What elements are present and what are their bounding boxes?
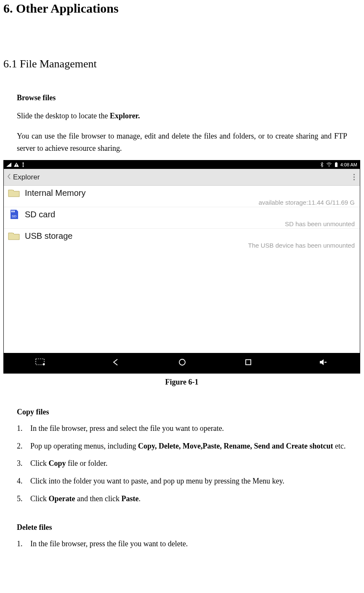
svg-point-15: [43, 363, 45, 366]
list-text: In the file browser, press the file you …: [30, 538, 347, 550]
signal-icon: [6, 163, 11, 167]
svg-rect-5: [23, 163, 23, 166]
sd-card-icon: SD: [7, 209, 21, 220]
list-text: Click Operate and then click Paste.: [30, 493, 347, 505]
status-bar: 4:08 AM: [4, 160, 360, 169]
storage-item-internal[interactable]: Internal Memory available storage:11.44 …: [4, 186, 360, 207]
browse-files-title: Browse files: [0, 70, 364, 102]
chapter-heading: 6. Other Applications: [0, 0, 364, 16]
status-left: [6, 162, 25, 167]
text: etc.: [333, 442, 346, 450]
svg-rect-9: [335, 162, 337, 163]
section-heading: 6.1 File Management: [0, 16, 364, 70]
svg-point-16: [179, 359, 185, 365]
copy-files-list: 1. In the file browser, press and select…: [0, 417, 364, 510]
text: file or folder.: [66, 459, 108, 467]
explorer-bold: Explorer.: [110, 112, 140, 120]
storage-item-sd[interactable]: SD SD card SD has been unmounted: [4, 207, 360, 229]
empty-area: [4, 250, 360, 353]
storage-name: USB storage: [25, 231, 72, 241]
list-item: 4. Click into the folder you want to pas…: [17, 475, 347, 493]
svg-rect-2: [16, 164, 16, 165]
storage-item-usb[interactable]: USB storage The USB device has been unmo…: [4, 229, 360, 250]
bold-text: Copy: [49, 459, 66, 467]
bold-text: Operate: [49, 494, 75, 503]
storage-subtext: available storage:11.44 G/11.69 G: [7, 198, 356, 206]
text: Slide the desktop to locate the: [17, 112, 110, 120]
menu-overflow-icon[interactable]: [353, 174, 356, 180]
list-number: 2.: [17, 440, 30, 453]
android-nav-bar: [4, 353, 360, 373]
browse-files-para-1: Slide the desktop to locate the Explorer…: [0, 102, 364, 123]
figure-6-1: 4:08 AM Explorer In: [3, 160, 360, 387]
storage-subtext: The USB device has been unmounted: [7, 241, 356, 249]
list-number: 4.: [17, 475, 30, 488]
list-item: 1. In the file browser, press and select…: [17, 422, 347, 440]
bold-text: Paste: [121, 494, 138, 503]
status-right: 4:08 AM: [320, 162, 357, 167]
svg-rect-3: [16, 166, 16, 166]
list-number: 1.: [17, 422, 30, 435]
list-number: 5.: [17, 493, 30, 505]
delete-files-list: 1. In the file browser, press the file y…: [0, 532, 364, 556]
folder-icon: [7, 187, 21, 198]
svg-rect-17: [246, 360, 251, 365]
svg-rect-18: [324, 362, 327, 363]
storage-list: Internal Memory available storage:11.44 …: [4, 186, 360, 250]
svg-point-7: [328, 166, 329, 166]
storage-name: Internal Memory: [25, 188, 86, 198]
bluetooth-icon: [320, 162, 324, 167]
battery-icon: [335, 162, 338, 167]
folder-icon: [7, 230, 21, 241]
nav-home-icon[interactable]: [178, 358, 186, 368]
status-time: 4:08 AM: [340, 162, 357, 167]
text: .: [138, 494, 141, 503]
list-item: 5. Click Operate and then click Paste.: [17, 493, 347, 510]
text: Click: [30, 494, 49, 503]
bold-text: Copy, Delete, Move,Paste, Rename, Send a…: [138, 442, 333, 450]
figure-caption: Figure 6-1: [3, 374, 360, 387]
list-item: 3. Click Copy file or folder.: [17, 457, 347, 475]
screenshot-tool-icon[interactable]: [35, 358, 45, 368]
wifi-icon: [326, 163, 332, 167]
text: and then click: [75, 494, 121, 503]
list-number: 3.: [17, 457, 30, 470]
explorer-header: Explorer: [4, 169, 360, 186]
svg-rect-11: [13, 211, 13, 212]
svg-rect-10: [11, 211, 12, 212]
storage-name: SD card: [25, 210, 55, 219]
warning-icon: [14, 163, 19, 167]
svg-point-6: [23, 166, 24, 167]
list-item: 2. Pop up operating menus, including Cop…: [17, 440, 347, 458]
browse-files-para-2: You can use the file browser to manage, …: [0, 123, 364, 155]
text: Click: [30, 459, 49, 467]
explorer-title: Explorer: [13, 173, 40, 182]
list-text: In the file browser, press and select th…: [30, 422, 347, 435]
usb-icon: [21, 162, 25, 167]
svg-rect-8: [335, 163, 337, 167]
list-item: 1. In the file browser, press the file y…: [17, 538, 347, 556]
volume-icon[interactable]: [319, 358, 327, 368]
list-number: 1.: [17, 538, 30, 550]
back-chevron-icon[interactable]: [7, 173, 11, 182]
svg-rect-12: [14, 211, 15, 212]
svg-text:SD: SD: [12, 214, 16, 218]
list-text: Click into the folder you want to paste,…: [30, 475, 347, 488]
nav-back-icon[interactable]: [112, 358, 120, 368]
svg-marker-0: [6, 163, 11, 167]
delete-files-title: Delete files: [0, 510, 364, 532]
list-text: Pop up operating menus, including Copy, …: [30, 440, 347, 453]
storage-subtext: SD has been unmounted: [7, 220, 356, 227]
list-text: Click Copy file or folder.: [30, 457, 347, 470]
nav-recent-icon[interactable]: [245, 359, 252, 367]
android-screenshot: 4:08 AM Explorer In: [3, 160, 360, 374]
copy-files-title: Copy files: [0, 387, 364, 417]
text: Pop up operating menus, including: [30, 442, 138, 450]
